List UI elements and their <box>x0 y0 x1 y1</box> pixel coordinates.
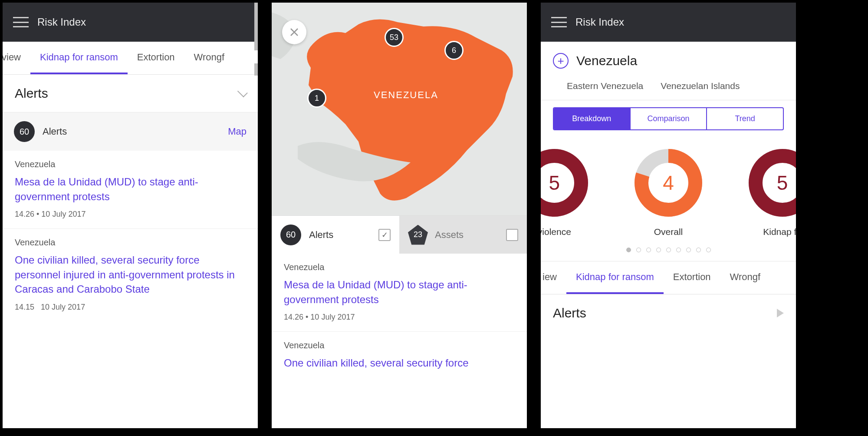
seg-comparison[interactable]: Comparison <box>631 108 707 129</box>
svg-point-1 <box>541 156 581 210</box>
alert-list-item[interactable]: Venezuela One civilian killed, several s… <box>3 229 258 321</box>
view-segmented-control: Breakdown Comparison Trend <box>553 107 784 130</box>
alert-title: One civilian killed, several security fo… <box>284 356 515 370</box>
alert-meta: 14.2610 July 2017 <box>15 210 246 219</box>
alert-date: 10 July 2017 <box>310 313 355 321</box>
tab-wrongful[interactable]: Wrongf <box>184 42 234 74</box>
seg-trend[interactable]: Trend <box>707 108 783 129</box>
seg-breakdown[interactable]: Breakdown <box>554 108 631 129</box>
page-dot[interactable] <box>666 248 671 252</box>
risk-donut: 4 Overall <box>631 146 705 237</box>
header-title: Risk Index <box>37 16 86 28</box>
donut-label: Overall <box>631 227 705 237</box>
tab-kidnap-for-ransom[interactable]: Kidnap for ransom <box>566 262 664 294</box>
donut-label: violence <box>541 227 591 237</box>
country-title: Venezuela <box>576 53 637 68</box>
page-dot[interactable] <box>656 248 661 252</box>
alerts-count-badge: 60 <box>280 225 301 245</box>
alerts-toggle-label: Alerts <box>309 229 378 241</box>
chevron-down-icon[interactable] <box>237 87 248 97</box>
menu-icon[interactable] <box>551 17 567 27</box>
page-dot[interactable] <box>706 248 711 252</box>
alerts-title: Alerts <box>553 306 586 320</box>
menu-icon[interactable] <box>13 17 29 27</box>
add-icon[interactable]: + <box>553 53 569 69</box>
close-button[interactable] <box>282 20 306 44</box>
screen-risk-breakdown: Risk Index + Venezuela Eastern Venezuela… <box>538 0 799 431</box>
map-cluster-marker[interactable]: 1 <box>307 89 326 108</box>
map-toggle-row: 60 Alerts ✓ 23 Assets <box>272 215 527 254</box>
category-tabs: iew Kidnap for ransom Extortion Wrongf <box>538 261 796 294</box>
risk-donut: 5 Kidnap fo <box>746 146 796 237</box>
screen-alerts-list: Risk Index view Kidnap for ransom Extort… <box>0 0 260 431</box>
checkbox[interactable]: ✓ <box>378 229 391 241</box>
page-dot[interactable] <box>686 248 691 252</box>
alert-time: 14.15 <box>15 303 34 311</box>
assets-count-badge: 23 <box>408 225 428 245</box>
close-icon <box>290 28 299 36</box>
alert-country: Venezuela <box>15 159 246 169</box>
alert-date: 10 July 2017 <box>41 303 85 311</box>
app-header: Risk Index <box>541 3 796 42</box>
alert-list-item[interactable]: Venezuela Mesa de la Unidad (MUD) to sta… <box>272 254 527 332</box>
region-tab[interactable]: Venezuelan Islands <box>661 81 740 91</box>
tab-extortion[interactable]: Extortion <box>664 262 720 294</box>
tab-overview[interactable]: view <box>0 42 30 74</box>
map-country-label: VENEZUELA <box>374 89 438 101</box>
assets-toggle[interactable]: 23 Assets <box>399 216 527 254</box>
alert-date: 10 July 2017 <box>41 210 85 218</box>
tab-kidnap-for-ransom[interactable]: Kidnap for ransom <box>30 42 128 74</box>
risk-donut-carousel[interactable]: 5 violence 4 Overall 5 Kidnap <box>541 142 796 241</box>
header-title: Risk Index <box>575 16 624 28</box>
carousel-pagination[interactable] <box>541 241 796 261</box>
page-dot[interactable] <box>626 248 631 252</box>
alert-title: Mesa de la Unidad (MUD) to stage anti-go… <box>15 175 246 204</box>
alerts-toggle[interactable]: 60 Alerts ✓ <box>272 216 399 254</box>
page-dot[interactable] <box>636 248 641 252</box>
page-dot[interactable] <box>676 248 681 252</box>
scroll-indicator <box>254 63 260 76</box>
risk-donut: 5 violence <box>541 146 591 237</box>
alert-meta: 14.2610 July 2017 <box>284 313 515 322</box>
donut-value: 5 <box>549 171 560 195</box>
alert-meta: 14.15 10 July 2017 <box>15 303 246 312</box>
alert-title: One civilian killed, several security fo… <box>15 253 246 297</box>
alert-country: Venezuela <box>284 262 515 272</box>
alerts-count-badge: 60 <box>14 121 35 142</box>
alert-country: Venezuela <box>15 238 246 248</box>
alert-title: Mesa de la Unidad (MUD) to stage anti-go… <box>284 277 515 307</box>
checkbox[interactable] <box>506 229 518 241</box>
app-header: Risk Index <box>3 3 258 42</box>
alert-list-item[interactable]: Venezuela One civilian killed, several s… <box>272 332 527 386</box>
map-link[interactable]: Map <box>228 126 247 137</box>
alert-list-item[interactable]: Venezuela Mesa de la Unidad (MUD) to sta… <box>3 151 258 229</box>
page-dot[interactable] <box>646 248 651 252</box>
alerts-count-label: Alerts <box>43 126 228 137</box>
category-tabs: view Kidnap for ransom Extortion Wrongf <box>0 42 258 75</box>
map-cluster-marker[interactable]: 53 <box>385 28 404 47</box>
alert-country: Venezuela <box>284 340 515 350</box>
alerts-title: Alerts <box>15 86 48 101</box>
page-dot[interactable] <box>696 248 701 252</box>
screen-map: VENEZUELA 53 6 1 60 Alerts ✓ 23 Assets V… <box>269 0 529 431</box>
tab-overview[interactable]: iew <box>538 262 566 294</box>
donut-label: Kidnap fo <box>746 227 796 237</box>
svg-point-5 <box>756 156 796 210</box>
scroll-indicator <box>254 3 260 50</box>
tab-extortion[interactable]: Extortion <box>128 42 184 74</box>
alerts-summary-bar: 60 Alerts Map <box>3 112 258 151</box>
donut-value: 4 <box>663 171 674 195</box>
country-map[interactable]: VENEZUELA 53 6 1 <box>272 3 527 215</box>
assets-toggle-label: Assets <box>435 229 506 241</box>
alerts-section-header: Alerts <box>3 75 258 112</box>
alert-time: 14.26 <box>284 313 303 321</box>
tab-wrongful[interactable]: Wrongf <box>720 262 770 294</box>
play-icon[interactable] <box>777 309 784 317</box>
country-header: + Venezuela <box>541 42 796 76</box>
region-tabs: Eastern Venezuela Venezuelan Islands <box>541 76 796 100</box>
region-tab[interactable]: Eastern Venezuela <box>567 81 643 91</box>
map-cluster-marker[interactable]: 6 <box>444 41 464 60</box>
alerts-section-header: Alerts <box>541 294 796 332</box>
checkmark-icon: ✓ <box>381 230 388 240</box>
alert-time: 14.26 <box>15 210 34 218</box>
